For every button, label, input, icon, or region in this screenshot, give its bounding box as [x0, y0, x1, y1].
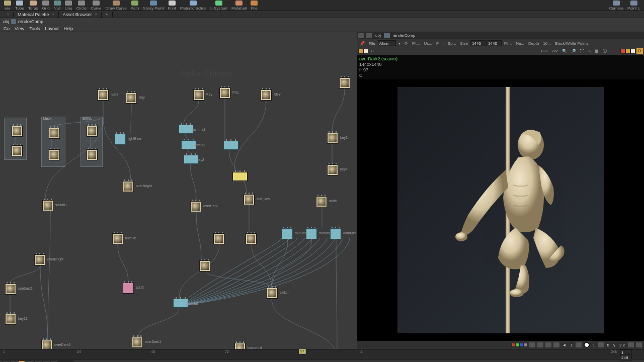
tab-add[interactable]: +	[102, 12, 113, 17]
render-viewport[interactable]	[357, 79, 644, 341]
render-path-root[interactable]: obj	[375, 33, 381, 38]
node-unnamed[interactable]	[87, 149, 98, 160]
brightness-icon[interactable]	[553, 342, 559, 347]
menu-view[interactable]: View	[12, 26, 27, 31]
path-node[interactable]: renderComp	[18, 19, 43, 24]
menu-tools[interactable]: Tools	[27, 26, 42, 31]
up-icon[interactable]	[366, 33, 372, 38]
pin-icon[interactable]: 📌	[358, 41, 366, 46]
add-icon[interactable]	[576, 342, 582, 347]
node-levels2[interactable]: levels2	[181, 140, 196, 149]
close-icon[interactable]: ×	[7, 13, 9, 16]
node-unnamed[interactable]	[87, 126, 98, 137]
shelf-null[interactable]: Null	[54, 1, 61, 11]
current-frame-input[interactable]	[58, 360, 73, 363]
us-btn[interactable]: Us...	[422, 41, 433, 46]
zoom-in-icon[interactable]: 🔍	[560, 48, 569, 54]
eye-icon[interactable]	[545, 342, 551, 347]
zoom-out-icon[interactable]: 🔎	[570, 48, 578, 54]
node-unnamed[interactable]	[12, 145, 23, 156]
node-lightBlue[interactable]: lightBlue	[115, 134, 126, 145]
menu-go[interactable]: Go	[1, 26, 12, 31]
node-overBright[interactable]: overBright	[123, 181, 134, 192]
menu-layout[interactable]: Layout	[42, 26, 61, 31]
path-root[interactable]: obj	[3, 19, 9, 24]
shelf-torus[interactable]: Torus	[28, 1, 38, 11]
shelf-path[interactable]: Path	[131, 1, 139, 11]
info-icon[interactable]: ⓘ	[601, 48, 608, 54]
shelf-point l[interactable]: Point L	[627, 1, 640, 11]
node-Key[interactable]: Key	[126, 93, 137, 104]
grid-icon[interactable]: ▦	[593, 48, 600, 54]
first-frame-button[interactable]: ⏮	[2, 360, 9, 363]
node-unnamed[interactable]	[49, 128, 60, 139]
node-key11[interactable]: key11	[5, 314, 16, 325]
contrast-icon[interactable]	[584, 342, 590, 347]
reload-icon[interactable]: ⟳	[403, 41, 410, 46]
home-icon[interactable]: ⌂	[587, 48, 592, 54]
node-unnamed[interactable]	[199, 260, 210, 272]
layers-icon[interactable]	[628, 342, 634, 347]
gamma-adjust[interactable]: ◄	[562, 343, 567, 347]
node-icon[interactable]	[11, 19, 16, 24]
node-levels6[interactable]: levels6	[112, 233, 123, 244]
node-contrast1[interactable]: contrast1	[5, 284, 16, 295]
shelf-curve[interactable]: Curve	[91, 1, 101, 11]
network-editor[interactable]: Indie Edition blackBONL null1KeyKeyFILLK…	[0, 32, 357, 349]
node-add_key[interactable]: add_key	[244, 194, 255, 205]
shelf-font[interactable]: Font	[168, 1, 176, 11]
node-icon[interactable]	[384, 33, 390, 38]
channel-c[interactable]: C	[369, 48, 375, 54]
height-input[interactable]	[487, 40, 502, 46]
width-input[interactable]	[470, 40, 486, 46]
close-icon[interactable]: ⊡	[636, 48, 643, 54]
menu-help[interactable]: Help	[61, 26, 75, 31]
tab-asset-browser[interactable]: Asset Browser×	[59, 12, 102, 18]
home-icon[interactable]	[358, 33, 364, 38]
node-unnamed[interactable]	[223, 141, 238, 150]
shelf-camera[interactable]: Camera	[609, 1, 623, 11]
bg-icon[interactable]	[598, 342, 604, 347]
close-icon[interactable]: ×	[52, 13, 54, 16]
pause-button[interactable]: ⏸	[18, 360, 25, 363]
timeline-playhead[interactable]: 97	[299, 349, 306, 354]
node-gamma1[interactable]: gamma1	[179, 125, 194, 134]
step-back-button[interactable]: ◀|	[34, 360, 41, 363]
close-icon[interactable]: ×	[95, 13, 97, 16]
play-reverse-button[interactable]: ◀	[10, 360, 17, 363]
node-unnamed[interactable]	[12, 126, 23, 137]
flag-icon[interactable]	[529, 342, 535, 347]
node-unnamed[interactable]	[339, 77, 350, 88]
play-button[interactable]: ▶	[26, 360, 33, 363]
corner-color-quad[interactable]	[620, 49, 635, 54]
shelf-spray[interactable]: Spray Paint	[143, 1, 164, 11]
node-unnamed[interactable]	[49, 149, 60, 160]
timeline[interactable]: 12448729797 1 248	[0, 349, 644, 359]
node-add5[interactable]: add5	[316, 196, 327, 207]
shelf-lsys[interactable]: L-System	[210, 1, 227, 11]
tab-empty[interactable]: ×	[0, 12, 14, 17]
range-end-input[interactable]	[620, 354, 632, 360]
node-Key[interactable]: Key	[193, 89, 204, 101]
fil2-btn[interactable]: Fil...	[503, 41, 513, 46]
chevron-down-icon[interactable]: ▾	[397, 41, 402, 46]
grid-2x2[interactable]: 2x2	[550, 48, 559, 54]
node-midBrighter[interactable]: midBrighter	[282, 228, 293, 239]
node-KEY[interactable]: KEY	[261, 89, 272, 101]
rgb-toggle[interactable]	[511, 343, 527, 347]
fil-btn[interactable]: Fil...	[435, 41, 445, 46]
bits-btn[interactable]: 16...	[541, 41, 552, 46]
sp-btn[interactable]: Sp...	[446, 41, 457, 46]
node-overDark2[interactable]: overDark2	[41, 340, 52, 349]
node-midBrighter[interactable]: midBrighter	[306, 228, 317, 239]
file-menu[interactable]: File	[367, 41, 377, 46]
shelf-grid[interactable]: Grid	[42, 1, 50, 11]
node-key3[interactable]: key3	[327, 133, 338, 144]
node-FILL[interactable]: FILL	[219, 87, 230, 99]
shelf-sphere[interactable]: ere	[4, 1, 11, 11]
na-btn[interactable]: Na...	[514, 41, 526, 46]
shelf-platonic[interactable]: Platonic Solids	[180, 1, 206, 11]
node-switch[interactable]: switch	[267, 288, 278, 299]
gear-icon[interactable]	[537, 342, 543, 347]
node-switch1[interactable]: switch1	[42, 200, 53, 211]
